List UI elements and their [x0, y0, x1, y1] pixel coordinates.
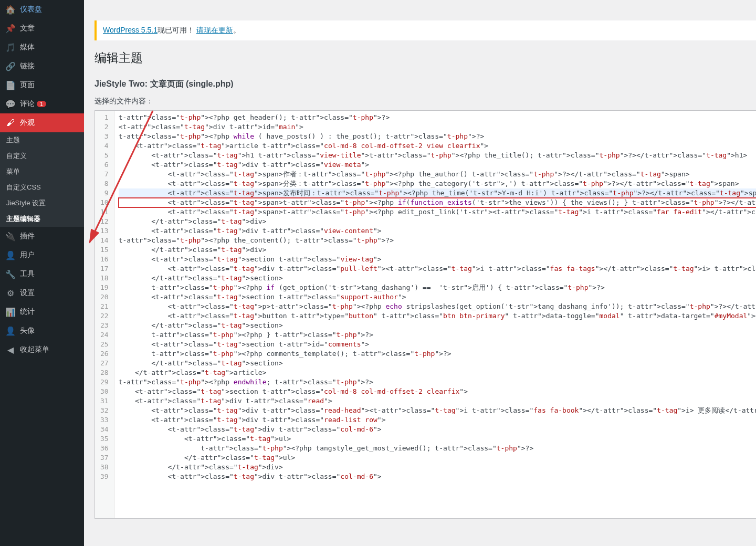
submenu-item[interactable]: 主题 [0, 132, 84, 148]
wp-version-link[interactable]: WordPress 5.5.1 [103, 26, 158, 34]
sidebar-item-13[interactable]: ◀收起菜单 [0, 340, 84, 359]
page-title: 编辑主题 [94, 50, 756, 66]
menu-icon: 🎵 [5, 42, 16, 52]
count-badge: 1 [37, 101, 46, 107]
sidebar-item-3[interactable]: 🔗链接 [0, 57, 84, 76]
menu-icon: 🔧 [5, 269, 16, 279]
update-notice: WordPress 5.5.1现已可用！ 请现在更新。 [94, 20, 756, 40]
sidebar-item-7[interactable]: 🔌插件 [0, 227, 84, 246]
menu-icon: 🔌 [5, 231, 16, 242]
menu-icon: 🔗 [5, 61, 16, 71]
sidebar-item-8[interactable]: 👤用户 [0, 246, 84, 265]
menu-icon: 💬 [5, 99, 16, 109]
menu-icon: 🖌 [5, 118, 16, 128]
submenu-item[interactable]: 自定义 [0, 148, 84, 164]
sidebar-item-0[interactable]: 🏠仪表盘 [0, 0, 84, 19]
submenu-item[interactable]: 主题编辑器 [0, 211, 84, 227]
selected-file-label: 选择的文件内容： [94, 97, 756, 106]
menu-icon: ◀ [5, 344, 16, 355]
code-content[interactable]: t-attr">class="t-php"><?php get_header()… [114, 111, 756, 518]
menu-icon: 👤 [5, 250, 16, 260]
submenu-item[interactable]: 自定义CSS [0, 180, 84, 195]
sidebar-item-9[interactable]: 🔧工具 [0, 265, 84, 284]
sidebar-item-10[interactable]: ⚙设置 [0, 284, 84, 302]
sidebar-item-5[interactable]: 💬评论1 [0, 94, 84, 113]
menu-icon: 👤 [5, 326, 16, 336]
menu-icon: ⚙ [5, 288, 16, 298]
code-editor[interactable]: 1234567891011121314151617181920212223242… [94, 110, 756, 519]
sidebar-item-2[interactable]: 🎵媒体 [0, 38, 84, 57]
menu-icon: 🏠 [5, 4, 16, 15]
sidebar-item-1[interactable]: 📌文章 [0, 19, 84, 38]
sidebar-item-4[interactable]: 📄页面 [0, 76, 84, 94]
sidebar-item-6[interactable]: 🖌外观 [0, 113, 84, 132]
menu-icon: 📊 [5, 307, 16, 317]
menu-icon: 📌 [5, 23, 16, 34]
sidebar-item-11[interactable]: 📊统计 [0, 302, 84, 321]
submenu-item[interactable]: 菜单 [0, 164, 84, 180]
line-numbers: 1234567891011121314151617181920212223242… [95, 111, 114, 518]
file-heading: JieStyle Two: 文章页面 (single.php) [94, 79, 234, 90]
sidebar-item-12[interactable]: 👤头像 [0, 321, 84, 340]
menu-icon: 📄 [5, 80, 16, 90]
admin-sidebar: 🏠仪表盘📌文章🎵媒体🔗链接📄页面💬评论1🖌外观主题自定义菜单自定义CSSJieS… [0, 0, 84, 546]
update-now-link[interactable]: 请现在更新 [196, 26, 233, 34]
main-content: 帮助▾ WordPress 5.5.1现已可用！ 请现在更新。 编辑主题 Jie… [84, 0, 756, 546]
submenu-item[interactable]: JieStyle 设置 [0, 195, 84, 211]
